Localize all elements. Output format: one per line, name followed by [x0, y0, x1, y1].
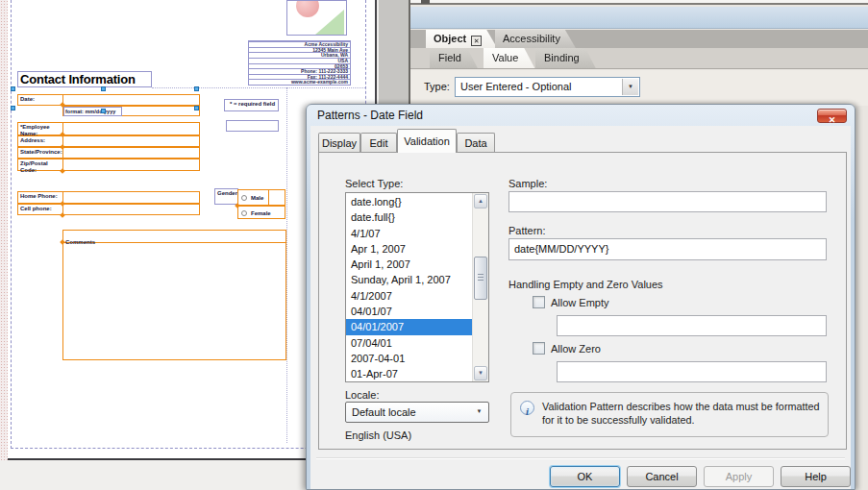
state-province-label: State/Province:	[18, 148, 63, 158]
listbox-scrollbar[interactable]	[472, 193, 488, 381]
zip-postal-field[interactable]: Zip/Postal Code:	[17, 159, 200, 171]
company-address-block[interactable]: Acme Accessibility12345 Main AveUrbana, …	[248, 40, 351, 86]
tab-value-label: Value	[492, 52, 518, 63]
sample-input[interactable]	[508, 191, 827, 212]
list-item[interactable]: date.full{}	[346, 209, 472, 225]
list-item[interactable]: Apr 1, 2007	[346, 241, 472, 257]
locale-dropdown[interactable]: Default locale	[345, 402, 489, 423]
allow-zero-input[interactable]	[557, 361, 827, 382]
tab-accessibility[interactable]: Accessibility	[495, 30, 576, 48]
list-item[interactable]: April 1, 2007	[346, 257, 472, 272]
info-text: Validation Pattern describes how the dat…	[542, 400, 823, 427]
allow-zero-checkbox[interactable]	[533, 342, 545, 355]
tab-validation[interactable]: Validation	[397, 129, 457, 153]
gender-female-radio-field[interactable]: Female	[237, 206, 285, 219]
apply-button[interactable]: Apply	[704, 466, 774, 487]
state-province-field[interactable]: State/Province:	[17, 147, 200, 159]
tab-display[interactable]: Display	[318, 133, 360, 153]
list-item[interactable]: date.long{}	[346, 194, 472, 209]
comments-field[interactable]: Comments	[62, 230, 286, 360]
list-item[interactable]: 4/1/2007	[346, 288, 472, 304]
workspace-background	[0, 460, 308, 490]
home-phone-field[interactable]: Home Phone:	[17, 191, 200, 204]
gender-group-label[interactable]: Gender	[214, 188, 238, 205]
list-item[interactable]: 4/1/07	[346, 226, 472, 241]
tab-field[interactable]: Field	[430, 48, 478, 68]
male-radio-icon[interactable]	[241, 195, 247, 201]
tab-data[interactable]: Data	[457, 133, 495, 153]
allow-zero-label: Allow Zero	[551, 343, 601, 355]
tab-validation-label: Validation	[404, 135, 450, 147]
address-field[interactable]: Address:	[17, 135, 200, 147]
palette-top-strip	[410, 0, 868, 5]
list-item[interactable]: Sunday, April 1, 2007	[346, 272, 472, 287]
value-tab-panel: Type: User Entered - Optional	[410, 70, 868, 106]
selection-handle[interactable]	[11, 106, 15, 110]
date-field[interactable]: Date:	[17, 94, 200, 106]
dialog-close-button[interactable]	[817, 109, 847, 123]
tab-display-label: Display	[322, 137, 357, 149]
subform-guide-vertical	[286, 87, 287, 443]
address-line: www.acme-example.com	[249, 79, 350, 85]
ui-fragment	[421, 0, 430, 4]
selection-handle[interactable]	[194, 86, 199, 91]
tab-binding[interactable]: Binding	[535, 48, 596, 68]
palette-header-bar[interactable]	[410, 7, 868, 29]
workspace-background-gap	[379, 0, 409, 106]
dropdown-button[interactable]	[622, 79, 638, 95]
allow-empty-label: Allow Empty	[551, 297, 609, 308]
list-item[interactable]: 04/01/07	[346, 304, 472, 319]
select-type-label: Select Type:	[345, 178, 403, 189]
cell-phone-label: Cell phone:	[18, 205, 63, 214]
scroll-down-icon[interactable]	[474, 366, 487, 380]
tab-object[interactable]: Object	[426, 30, 497, 48]
employee-name-field[interactable]: *Employee Name:	[17, 122, 200, 135]
left-margin-guide	[11, 0, 12, 449]
subform-guide-horizontal	[152, 87, 365, 88]
cell-phone-field[interactable]: Cell phone:	[17, 204, 200, 215]
selection-handle[interactable]	[11, 86, 15, 91]
tab-field-label: Field	[438, 52, 461, 63]
gender-male-radio-field[interactable]: Male	[237, 189, 285, 206]
handling-heading: Handling Empty and Zero Values	[508, 279, 663, 290]
required-field-note[interactable]: * = required field	[224, 99, 279, 111]
close-icon[interactable]	[471, 36, 482, 46]
date-field-input-area[interactable]	[63, 95, 199, 105]
logo-triangle-icon	[315, 10, 344, 35]
selection-handle[interactable]	[101, 86, 106, 91]
type-dropdown[interactable]: User Entered - Optional	[455, 77, 640, 97]
pattern-type-listbox[interactable]: date.long{}date.full{}4/1/07Apr 1, 2007A…	[345, 192, 489, 382]
tab-edit[interactable]: Edit	[360, 133, 397, 153]
list-item[interactable]: 2007-04-01	[346, 351, 472, 366]
employee-name-label: *Employee Name:	[18, 123, 63, 135]
logo-image-placeholder[interactable]	[286, 0, 347, 36]
address-label: Address:	[18, 136, 63, 146]
list-item[interactable]: 04/01/2007	[346, 319, 472, 334]
male-radio-label: Male	[249, 194, 263, 202]
help-button[interactable]: Help	[781, 466, 851, 487]
info-icon	[520, 401, 534, 415]
palette-subtab-row: Field Value Binding	[410, 48, 868, 69]
allow-empty-checkbox[interactable]	[533, 296, 545, 308]
pattern-input[interactable]: date{MM/DD/YYYY}	[508, 238, 827, 260]
type-dropdown-value: User Entered - Optional	[460, 81, 572, 92]
form-title[interactable]: Contact Information	[17, 71, 152, 87]
tab-value[interactable]: Value	[484, 48, 534, 68]
tab-data-label: Data	[464, 137, 486, 149]
selection-handle[interactable]	[194, 106, 199, 110]
ok-button[interactable]: OK	[550, 466, 620, 487]
list-item[interactable]: 01-Apr-07	[346, 366, 472, 381]
allow-empty-input[interactable]	[557, 315, 827, 336]
scroll-up-icon[interactable]	[474, 194, 487, 208]
dialog-body: Display Edit Validation Data Select Type…	[310, 126, 851, 489]
list-item[interactable]: 07/04/01	[346, 335, 472, 351]
dropdown-button[interactable]	[471, 404, 487, 421]
female-radio-icon[interactable]	[241, 210, 247, 216]
empty-text-box[interactable]	[226, 120, 279, 132]
locale-label: Locale:	[345, 389, 379, 401]
tab-edit-label: Edit	[370, 137, 388, 149]
selection-handle[interactable]	[101, 109, 106, 113]
cancel-button[interactable]: Cancel	[627, 466, 697, 487]
comments-header-row: Comments	[63, 231, 285, 243]
scrollbar-thumb[interactable]	[474, 257, 487, 300]
